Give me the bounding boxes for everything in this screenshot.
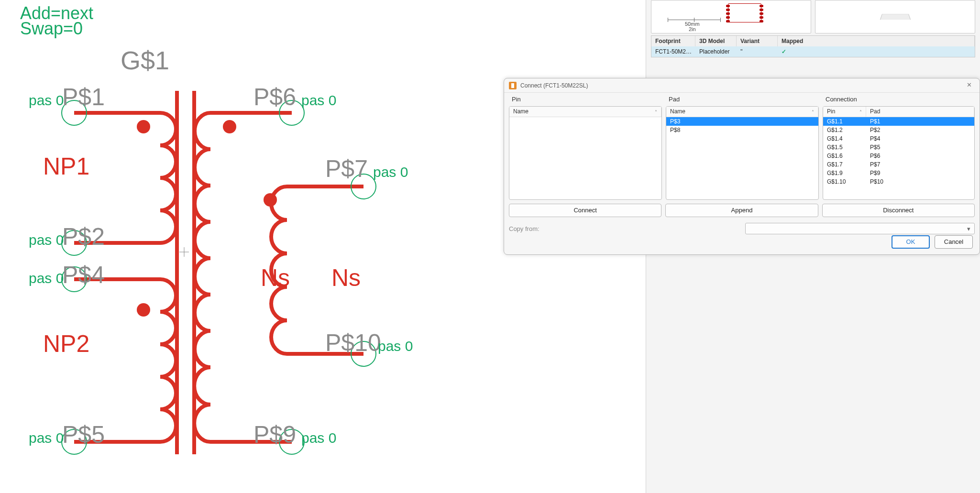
- cell-footprint: FCT1-50M2…: [651, 46, 695, 57]
- connection-cell-pad: P$1: [866, 117, 974, 126]
- pad-list-header-name[interactable]: Name ˄: [666, 107, 818, 117]
- footprint-preview[interactable]: 50mm 2in: [651, 0, 811, 33]
- copy-from-dropdown[interactable]: ▾: [745, 223, 975, 234]
- connection-list-row[interactable]: G$1.9P$9: [823, 169, 974, 177]
- pin-left-1: pas 0 P$1: [29, 84, 105, 125]
- svg-text:P$9: P$9: [253, 421, 296, 448]
- svg-text:P$1: P$1: [62, 84, 105, 110]
- connection-cell-pad: P$5: [866, 143, 974, 152]
- pad-list-header-label: Name: [670, 108, 685, 115]
- copy-from-label: Copy from:: [509, 225, 540, 232]
- label-np1: NP1: [43, 153, 89, 180]
- pin-right-4: P$9 pas 0: [253, 421, 336, 454]
- col-footprint[interactable]: Footprint: [651, 36, 695, 46]
- footprint-table[interactable]: Footprint 3D Model Variant Mapped FCT1-5…: [651, 35, 975, 57]
- svg-text:pas 0: pas 0: [29, 232, 64, 248]
- pad-list-cell: P$8: [666, 126, 818, 134]
- connection-list-row[interactable]: G$1.7P$7: [823, 160, 974, 169]
- svg-text:pas 0: pas 0: [301, 430, 336, 446]
- svg-text:P$2: P$2: [62, 223, 105, 250]
- polarity-dot: [264, 193, 277, 207]
- pin-list-header-name[interactable]: Name ˄: [509, 107, 661, 117]
- connection-list-header-pad[interactable]: Pad: [866, 107, 974, 117]
- polarity-dot: [223, 120, 236, 133]
- pin-right-2: P$7 pas 0: [325, 155, 408, 199]
- connection-list-row[interactable]: G$1.2P$2: [823, 126, 974, 134]
- app-icon: [509, 82, 517, 89]
- pin-left-3: pas 0 P$4: [29, 262, 105, 292]
- label-ns-b: Ns: [331, 264, 361, 291]
- close-icon[interactable]: ✕: [963, 81, 975, 90]
- polarity-dot: [137, 303, 150, 317]
- col-variant[interactable]: Variant: [737, 36, 778, 46]
- svg-text:pas 0: pas 0: [29, 270, 64, 286]
- connection-list-header-pin[interactable]: Pin ˄: [823, 107, 866, 117]
- connection-cell-pin: G$1.10: [823, 177, 866, 186]
- connection-list-row[interactable]: G$1.10P$10: [823, 177, 974, 186]
- label-np2: NP2: [43, 330, 89, 357]
- connection-cell-pin: G$1.6: [823, 152, 866, 160]
- connection-list-header-pin-label: Pin: [827, 108, 835, 115]
- connection-cell-pad: P$7: [866, 160, 974, 169]
- pad-list[interactable]: Name ˄ P$3P$8: [666, 106, 819, 200]
- svg-text:P$7: P$7: [325, 155, 368, 182]
- append-button[interactable]: Append: [665, 204, 818, 217]
- connection-cell-pad: P$10: [866, 177, 974, 186]
- disconnect-button[interactable]: Disconnect: [822, 204, 975, 217]
- pin-list-header-label: Name: [513, 108, 529, 115]
- pad-list-row[interactable]: P$3: [666, 117, 818, 126]
- connect-button[interactable]: Connect: [509, 204, 661, 217]
- footprint-mini-icon: [728, 3, 761, 22]
- svg-text:P$4: P$4: [62, 262, 105, 288]
- connection-cell-pin: G$1.1: [823, 117, 866, 126]
- pin-list[interactable]: Name ˄: [509, 106, 662, 200]
- svg-text:pas 0: pas 0: [373, 164, 408, 180]
- footprint-row[interactable]: FCT1-50M2… Placeholder '' ✓: [651, 46, 975, 57]
- connection-cell-pad: P$4: [866, 134, 974, 143]
- svg-text:P$6: P$6: [253, 84, 296, 110]
- connection-list-row[interactable]: G$1.1P$1: [823, 117, 974, 126]
- sort-asc-icon: ˄: [859, 110, 862, 115]
- svg-text:pas 0: pas 0: [29, 92, 64, 108]
- cell-3dmodel: Placeholder: [695, 46, 737, 57]
- cell-variant: '': [737, 46, 778, 57]
- svg-text:P$5: P$5: [62, 421, 105, 448]
- group-header-pad: Pad: [666, 96, 819, 105]
- pin-left-4: pas 0 P$5: [29, 421, 105, 454]
- winding-np2: [74, 279, 176, 442]
- svg-text:pas 0: pas 0: [301, 92, 336, 108]
- dialog-title: Connect (FCT1-50M22SL): [520, 82, 959, 89]
- model3d-preview[interactable]: [815, 0, 975, 33]
- origin-cross: [179, 247, 189, 257]
- connection-cell-pin: G$1.9: [823, 169, 866, 177]
- dialog-titlebar[interactable]: Connect (FCT1-50M22SL) ✕: [504, 78, 980, 93]
- connection-cell-pin: G$1.4: [823, 134, 866, 143]
- connection-cell-pin: G$1.2: [823, 126, 866, 134]
- connection-cell-pin: G$1.5: [823, 143, 866, 152]
- pin-left-2: pas 0 P$2: [29, 223, 105, 255]
- sort-asc-icon: ˄: [812, 110, 814, 115]
- group-header-pin: Pin: [509, 96, 662, 105]
- connection-cell-pad: P$9: [866, 169, 974, 177]
- pad-list-cell: P$3: [666, 117, 818, 126]
- cancel-button[interactable]: Cancel: [935, 235, 973, 249]
- svg-text:pas 0: pas 0: [29, 430, 64, 446]
- pin-right-3: P$10 pas 0: [325, 329, 413, 366]
- schematic-part-label: G$1: [121, 46, 169, 75]
- connection-list-row[interactable]: G$1.4P$4: [823, 134, 974, 143]
- connection-cell-pad: P$6: [866, 152, 974, 160]
- ruler: 50mm 2in: [668, 20, 720, 31]
- polarity-dot: [137, 120, 150, 133]
- col-mapped[interactable]: Mapped: [778, 36, 975, 46]
- col-3dmodel[interactable]: 3D Model: [695, 36, 737, 46]
- connection-list-header-pad-label: Pad: [870, 108, 880, 115]
- pad-list-row[interactable]: P$8: [666, 126, 818, 134]
- connect-dialog[interactable]: Connect (FCT1-50M22SL) ✕ Pin Pad Connect…: [504, 78, 980, 255]
- ok-button[interactable]: OK: [892, 235, 930, 249]
- connection-list[interactable]: Pin ˄ Pad G$1.1P$1G$1.2P$2G$1.4P$4G$1.5P…: [823, 106, 975, 200]
- connection-list-row[interactable]: G$1.6P$6: [823, 152, 974, 160]
- placeholder-3d-icon: [880, 14, 910, 20]
- connection-cell-pin: G$1.7: [823, 160, 866, 169]
- hud-swap: Swap=0: [20, 19, 83, 38]
- connection-list-row[interactable]: G$1.5P$5: [823, 143, 974, 152]
